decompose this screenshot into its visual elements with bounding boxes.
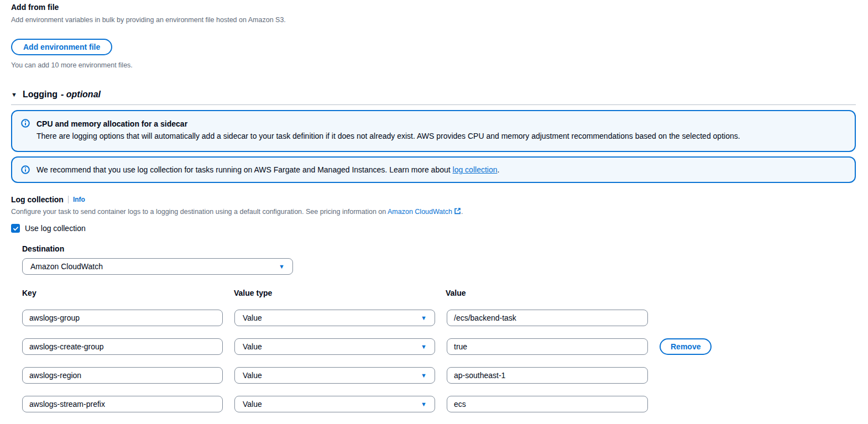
value-type-selected: Value	[243, 342, 262, 351]
value-input[interactable]	[447, 310, 648, 326]
chevron-down-icon: ▼	[421, 344, 427, 350]
key-input[interactable]	[22, 367, 223, 384]
log-collection-label: Log collection	[11, 195, 64, 204]
log-option-row: Value ▼ Remove	[22, 338, 856, 355]
destination-label: Destination	[22, 244, 856, 253]
page: Add from file Add environment variables …	[0, 0, 868, 424]
add-from-file-description: Add environment variables in bulk by pro…	[11, 15, 856, 24]
chevron-down-icon: ▼	[279, 264, 285, 270]
section-divider	[11, 104, 856, 105]
value-type-select[interactable]: Value ▼	[234, 367, 435, 384]
add-from-file-section: Add from file Add environment variables …	[11, 2, 856, 70]
column-header-value-type: Value type	[234, 289, 435, 297]
recommendation-text-period: .	[497, 165, 499, 174]
info-icon	[21, 119, 30, 128]
logging-section-title: Logging- optional	[23, 90, 101, 100]
add-environment-file-button[interactable]: Add environment file	[11, 39, 112, 55]
chevron-down-icon: ▼	[421, 373, 427, 379]
destination-select[interactable]: Amazon CloudWatch ▼	[22, 258, 293, 275]
log-collection-label-row: Log collection Info	[11, 195, 856, 204]
logging-title-text: Logging	[23, 90, 57, 99]
info-link[interactable]: Info	[73, 196, 85, 203]
log-option-row: Value ▼	[22, 396, 856, 412]
cloudwatch-pricing-link[interactable]: Amazon CloudWatch	[388, 208, 452, 216]
log-collection-recommendation-alert: We recommend that you use log collection…	[11, 156, 856, 183]
info-icon	[21, 165, 30, 174]
log-collection-description-period: .	[461, 208, 463, 216]
log-collection-description: Configure your task to send container lo…	[11, 207, 856, 217]
log-option-row: Value ▼	[22, 367, 856, 384]
remove-row-button[interactable]: Remove	[660, 338, 712, 355]
external-link-icon[interactable]	[454, 207, 461, 217]
label-separator	[68, 196, 69, 203]
destination-selected-value: Amazon CloudWatch	[30, 262, 103, 271]
use-log-collection-checkbox[interactable]	[11, 224, 20, 233]
value-type-select[interactable]: Value ▼	[234, 338, 435, 355]
collapse-caret-icon[interactable]: ▼	[11, 92, 17, 98]
sidecar-alert-text: There are logging options that will auto…	[36, 130, 740, 142]
use-log-collection-label: Use log collection	[25, 224, 86, 233]
log-collection-link[interactable]: log collection	[453, 165, 498, 174]
sidecar-alert-title: CPU and memory allocation for a sidecar	[36, 118, 740, 130]
value-input[interactable]	[447, 338, 648, 355]
value-type-selected: Value	[243, 400, 262, 409]
log-option-row: Value ▼	[22, 310, 856, 326]
value-type-selected: Value	[243, 313, 262, 322]
chevron-down-icon: ▼	[421, 401, 427, 407]
options-table-headers: Key Value type Value	[22, 289, 856, 297]
log-collection-description-text: Configure your task to send container lo…	[11, 208, 388, 216]
key-input[interactable]	[22, 310, 223, 326]
recommendation-text: We recommend that you use log collection…	[36, 165, 453, 174]
key-input[interactable]	[22, 338, 223, 355]
recommendation-alert-text: We recommend that you use log collection…	[36, 164, 499, 176]
value-type-select[interactable]: Value ▼	[234, 396, 435, 412]
column-header-value: Value	[446, 289, 647, 297]
value-input[interactable]	[447, 396, 648, 412]
environment-file-limit-hint: You can add 10 more environment files.	[11, 61, 856, 70]
key-input[interactable]	[22, 396, 223, 412]
log-collection-config-block: Destination Amazon CloudWatch ▼ Key Valu…	[22, 244, 856, 424]
value-type-select[interactable]: Value ▼	[234, 310, 435, 326]
value-type-selected: Value	[243, 371, 262, 380]
value-input[interactable]	[447, 367, 648, 384]
sidecar-alert-content: CPU and memory allocation for a sidecar …	[36, 118, 740, 142]
column-header-key: Key	[22, 289, 223, 297]
logging-title-optional: - optional	[61, 90, 101, 99]
chevron-down-icon: ▼	[421, 315, 427, 321]
use-log-collection-checkbox-row[interactable]: Use log collection	[11, 224, 856, 233]
logging-section-header[interactable]: ▼ Logging- optional	[11, 90, 856, 100]
add-from-file-title: Add from file	[11, 2, 856, 12]
sidecar-info-alert: CPU and memory allocation for a sidecar …	[11, 110, 856, 152]
